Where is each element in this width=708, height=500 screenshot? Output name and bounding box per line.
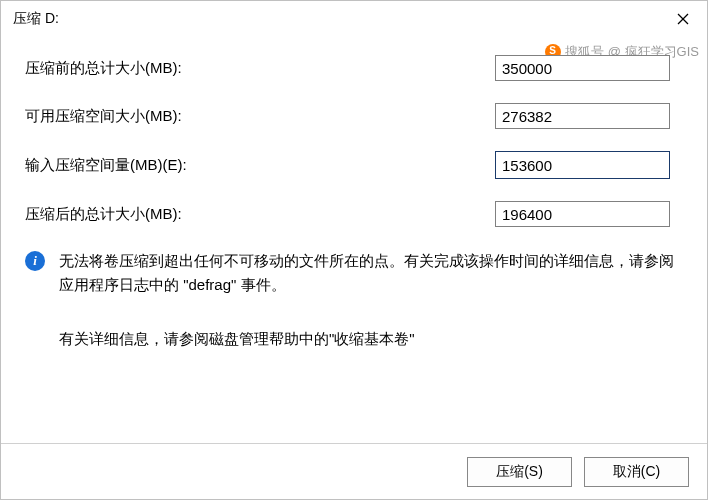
shrink-amount-spinner (495, 151, 670, 179)
shrink-volume-dialog: 压缩 D: 搜狐号 @ 疯狂学习GIS 压缩前的总计大小(MB): 350000… (0, 0, 708, 500)
shrink-amount-input[interactable] (496, 152, 670, 178)
dialog-title: 压缩 D: (13, 10, 59, 28)
info-icon: i (25, 251, 45, 271)
title-bar: 压缩 D: (1, 1, 707, 37)
label-input-amount: 输入压缩空间量(MB)(E): (25, 156, 495, 175)
info-row: i 无法将卷压缩到超出任何不可移动的文件所在的点。有关完成该操作时间的详细信息，… (25, 249, 683, 297)
value-total-after: 196400 (495, 201, 670, 227)
row-available: 可用压缩空间大小(MB): 276382 (25, 103, 683, 129)
shrink-button[interactable]: 压缩(S) (467, 457, 572, 487)
close-button[interactable] (663, 5, 703, 33)
row-total-after: 压缩后的总计大小(MB): 196400 (25, 201, 683, 227)
label-total-before: 压缩前的总计大小(MB): (25, 59, 495, 78)
close-icon (677, 13, 689, 25)
label-total-after: 压缩后的总计大小(MB): (25, 205, 495, 224)
info-text: 无法将卷压缩到超出任何不可移动的文件所在的点。有关完成该操作时间的详细信息，请参… (59, 249, 683, 297)
value-available: 276382 (495, 103, 670, 129)
row-input-amount: 输入压缩空间量(MB)(E): (25, 151, 683, 179)
row-total-before: 压缩前的总计大小(MB): 350000 (25, 55, 683, 81)
label-available: 可用压缩空间大小(MB): (25, 107, 495, 126)
button-bar: 压缩(S) 取消(C) (1, 443, 707, 499)
cancel-button[interactable]: 取消(C) (584, 457, 689, 487)
value-total-before: 350000 (495, 55, 670, 81)
detail-row: 有关详细信息，请参阅磁盘管理帮助中的"收缩基本卷" (25, 327, 683, 351)
dialog-content: 压缩前的总计大小(MB): 350000 可用压缩空间大小(MB): 27638… (1, 37, 707, 443)
detail-text: 有关详细信息，请参阅磁盘管理帮助中的"收缩基本卷" (59, 327, 683, 351)
